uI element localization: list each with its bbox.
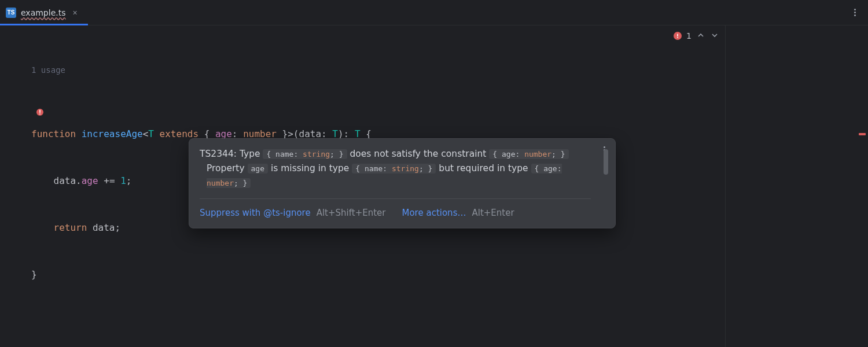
editor: 1 1 usage function increaseAge<T extends…	[0, 25, 868, 347]
typescript-icon: TS	[6, 8, 16, 18]
close-icon[interactable]: ×	[71, 7, 80, 19]
svg-rect-4	[39, 113, 41, 115]
tooltip-message: TS2344: Type { name: string; } does not …	[200, 147, 591, 198]
tab-example-ts[interactable]: TS example.ts ×	[0, 0, 88, 25]
tabbar-actions	[849, 0, 868, 25]
intention-bulb-error-icon[interactable]	[36, 108, 44, 116]
tab-filename: example.ts	[21, 8, 66, 17]
suppress-ts-ignore-action[interactable]: Suppress with @ts-ignore Alt+Shift+Enter	[200, 206, 386, 220]
usages-hint[interactable]: 1 usage	[31, 62, 725, 79]
tab-bar: TS example.ts ×	[0, 0, 868, 25]
error-stripe-gutter[interactable]	[726, 25, 868, 347]
code-line[interactable]: }	[31, 267, 725, 282]
tooltip-scrollbar[interactable]	[604, 149, 608, 175]
tooltip-actions: Suppress with @ts-ignore Alt+Shift+Enter…	[200, 198, 591, 228]
svg-rect-3	[39, 110, 41, 113]
code-area[interactable]: 1 1 usage function increaseAge<T extends…	[0, 25, 726, 347]
code-line[interactable]	[31, 313, 725, 329]
error-stripe-marker[interactable]	[859, 133, 866, 135]
error-tooltip: TS2344: Type { name: string; } does not …	[189, 138, 616, 228]
tabbar-overflow-button[interactable]	[849, 8, 860, 18]
more-actions-action[interactable]: More actions… Alt+Enter	[402, 206, 514, 220]
